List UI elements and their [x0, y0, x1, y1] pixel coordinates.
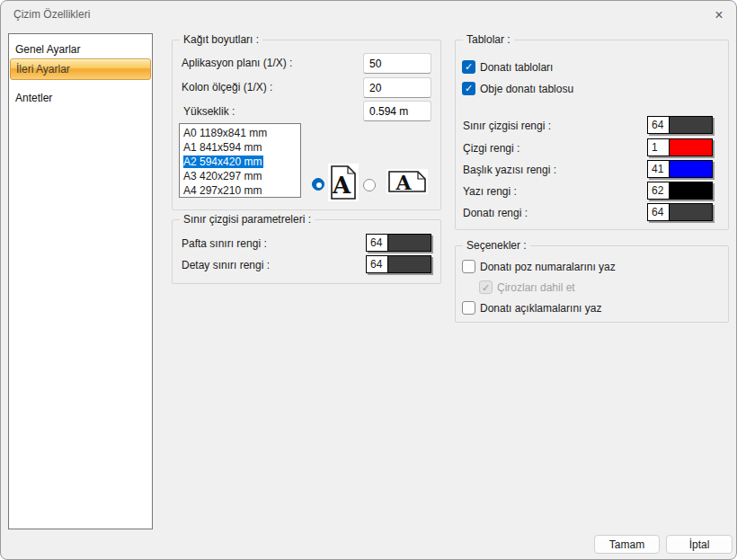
label-cizgi-rengi: Çizgi rengi : — [463, 142, 519, 155]
yazi-rengi-color-picker[interactable]: 62 — [647, 182, 713, 200]
sidebar-item-ileri-ayarlar[interactable]: İleri Ayarlar — [10, 58, 151, 80]
checkbox-unchecked-icon — [462, 260, 475, 273]
label-kolon-olcegi: Kolon ölçeği (1/X) : — [182, 81, 272, 93]
checkbox-donati-poz-numaralarini-yaz[interactable]: Donatı poz numaralarını yaz — [462, 260, 616, 273]
radio-landscape-orientation[interactable] — [363, 179, 376, 191]
label-detay-siniri-rengi: Detay sınırı rengi : — [182, 259, 270, 271]
list-item-a2-selected[interactable]: A2 594x420 mm — [180, 155, 300, 169]
title-bar: Çizim Özellikleri × — [1, 1, 736, 30]
landscape-page-icon: A — [386, 169, 428, 194]
list-item-a0[interactable]: A0 1189x841 mm — [180, 126, 300, 140]
color-index: 64 — [648, 117, 670, 133]
color-swatch — [670, 161, 712, 177]
label-donati-rengi: Donatı rengi : — [463, 207, 528, 219]
checkbox-checked-icon: ✓ — [462, 60, 475, 74]
checkbox-label: Çirozları dahil et — [497, 281, 575, 294]
checkbox-label: Donatı poz numaralarını yaz — [480, 261, 616, 273]
color-swatch — [388, 256, 431, 272]
label-sinir-cizgisi-rengi: Sınır çizgisi rengi : — [463, 120, 551, 132]
pafta-siniri-color-picker[interactable]: 64 — [366, 234, 431, 252]
checkbox-label: Donatı tabloları — [480, 61, 553, 74]
group-paper-sizes: Kağıt boyutları : Aplikasyon planı (1/X)… — [172, 40, 441, 210]
detay-siniri-color-picker[interactable]: 64 — [366, 255, 431, 273]
list-item-a1[interactable]: A1 841x594 mm — [180, 140, 300, 155]
color-swatch — [670, 182, 712, 199]
portrait-page-icon: A — [328, 164, 359, 201]
label-yazi-rengi: Yazı rengi : — [463, 185, 517, 198]
page-title: Çizim Özellikleri — [13, 8, 90, 21]
checkbox-donati-aciklamalarini-yaz[interactable]: Donatı açıklamalarını yaz — [462, 301, 601, 315]
baslik-yazisi-color-picker[interactable]: 41 — [647, 160, 713, 178]
checkbox-label: Obje donatı tablosu — [480, 83, 573, 95]
group-border-line-params: Sınır çizgisi parametreleri : Pafta sını… — [172, 219, 441, 284]
color-swatch — [670, 117, 712, 133]
checkbox-disabled-checked-icon: ✓ — [479, 280, 493, 294]
color-index: 41 — [648, 161, 670, 177]
paper-size-listbox[interactable]: A0 1189x841 mm A1 841x594 mm A2 594x420 … — [179, 123, 301, 198]
close-icon: × — [715, 7, 723, 22]
label-pafta-siniri-rengi: Pafta sınırı rengi : — [182, 237, 267, 250]
group-options: Seçenekler : Donatı poz numaralarını yaz… — [455, 245, 729, 323]
kolon-olcegi-input[interactable] — [363, 77, 431, 98]
group-tables: Tablolar : ✓ Donatı tabloları ✓ Obje don… — [455, 40, 729, 230]
color-index: 62 — [648, 182, 670, 199]
ok-button[interactable]: Tamam — [594, 535, 660, 554]
svg-text:A: A — [332, 172, 351, 199]
sidebar-item-antetler[interactable]: Antetler — [10, 88, 151, 108]
donati-rengi-color-picker[interactable]: 64 — [647, 203, 713, 221]
color-swatch — [670, 204, 712, 220]
list-item-a4[interactable]: A4 297x210 mm — [180, 183, 300, 198]
list-item-a3[interactable]: A3 420x297 mm — [180, 169, 300, 183]
color-swatch — [670, 139, 712, 156]
radio-portrait-orientation[interactable] — [312, 178, 324, 191]
yukseklik-input[interactable] — [363, 101, 431, 121]
label-baslik-yazisi-rengi: Başlık yazısı rengi : — [463, 164, 556, 176]
checkbox-cirozlari-dahil-et: ✓ Çirozları dahil et — [479, 280, 575, 294]
cizgi-rengi-color-picker[interactable]: 1 — [647, 138, 713, 156]
checkbox-label: Donatı açıklamalarını yaz — [480, 302, 601, 315]
label-yukseklik: Yükseklik : — [183, 105, 235, 118]
sidebar: Genel Ayarlar İleri Ayarlar Antetler — [8, 33, 153, 529]
color-index: 64 — [648, 204, 670, 220]
checkbox-unchecked-icon — [462, 301, 475, 315]
label-aplikasyon-plani: Aplikasyon planı (1/X) : — [182, 57, 292, 69]
svg-text:A: A — [395, 171, 412, 194]
color-index: 64 — [367, 235, 388, 251]
group-border-line-params-title: Sınır çizgisi parametreleri : — [180, 213, 315, 226]
group-tables-title: Tablolar : — [463, 33, 514, 46]
group-paper-sizes-title: Kağıt boyutları : — [180, 33, 262, 46]
color-index: 1 — [648, 139, 670, 156]
cancel-button[interactable]: İptal — [666, 535, 733, 554]
color-index: 64 — [367, 256, 388, 272]
checkbox-checked-icon: ✓ — [462, 82, 475, 95]
sidebar-item-genel-ayarlar[interactable]: Genel Ayarlar — [10, 40, 151, 59]
group-options-title: Seçenekler : — [463, 239, 530, 252]
checkbox-obje-donati-tablosu[interactable]: ✓ Obje donatı tablosu — [462, 82, 573, 95]
checkbox-donati-tablolari[interactable]: ✓ Donatı tabloları — [462, 60, 553, 74]
close-button[interactable]: × — [709, 5, 729, 25]
sinir-cizgisi-color-picker[interactable]: 64 — [647, 116, 713, 134]
drawing-properties-dialog: Çizim Özellikleri × Genel Ayarlar İleri … — [0, 0, 737, 560]
aplikasyon-plani-input[interactable] — [363, 53, 431, 74]
color-swatch — [388, 235, 431, 251]
